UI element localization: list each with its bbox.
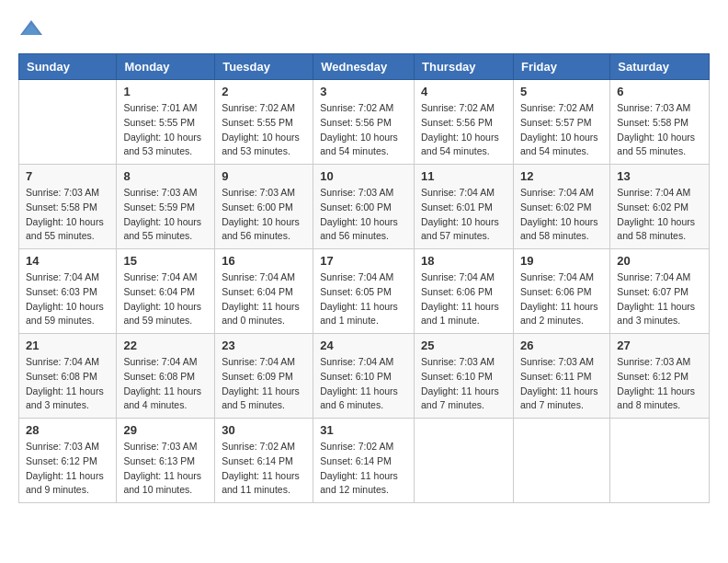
day-of-week-header: Thursday	[415, 54, 514, 80]
day-number: 22	[123, 339, 208, 352]
day-info: Sunrise: 7:04 AM Sunset: 6:04 PM Dayligh…	[123, 270, 208, 328]
day-info: Sunrise: 7:04 AM Sunset: 6:10 PM Dayligh…	[320, 355, 407, 413]
calendar-cell: 12Sunrise: 7:04 AM Sunset: 6:02 PM Dayli…	[513, 165, 609, 249]
day-number: 12	[520, 169, 603, 183]
day-number: 29	[123, 423, 208, 437]
day-info: Sunrise: 7:04 AM Sunset: 6:05 PM Dayligh…	[320, 270, 407, 328]
day-number: 23	[222, 339, 306, 352]
day-number: 26	[520, 339, 603, 352]
calendar-cell: 19Sunrise: 7:04 AM Sunset: 6:06 PM Dayli…	[513, 249, 609, 334]
calendar-week-row: 1Sunrise: 7:01 AM Sunset: 5:55 PM Daylig…	[19, 80, 710, 165]
day-number: 31	[320, 423, 407, 437]
day-info: Sunrise: 7:04 AM Sunset: 6:01 PM Dayligh…	[421, 186, 506, 244]
day-number: 9	[222, 169, 306, 183]
day-of-week-header: Tuesday	[215, 54, 313, 80]
calendar-cell: 27Sunrise: 7:03 AM Sunset: 6:12 PM Dayli…	[610, 334, 710, 419]
calendar-cell: 29Sunrise: 7:03 AM Sunset: 6:13 PM Dayli…	[117, 419, 215, 503]
day-info: Sunrise: 7:04 AM Sunset: 6:02 PM Dayligh…	[617, 186, 702, 244]
calendar-cell: 18Sunrise: 7:04 AM Sunset: 6:06 PM Dayli…	[415, 249, 514, 334]
calendar-cell: 31Sunrise: 7:02 AM Sunset: 6:14 PM Dayli…	[313, 419, 415, 503]
calendar-cell: 10Sunrise: 7:03 AM Sunset: 6:00 PM Dayli…	[313, 165, 415, 249]
day-number: 6	[617, 85, 702, 98]
day-number: 18	[421, 254, 506, 268]
day-info: Sunrise: 7:02 AM Sunset: 6:14 PM Dayligh…	[320, 440, 407, 498]
calendar-cell: 20Sunrise: 7:04 AM Sunset: 6:07 PM Dayli…	[610, 249, 710, 334]
calendar-cell	[610, 419, 710, 503]
day-number: 27	[617, 339, 702, 352]
day-of-week-header: Wednesday	[313, 54, 415, 80]
day-info: Sunrise: 7:03 AM Sunset: 5:58 PM Dayligh…	[26, 186, 109, 244]
day-number: 10	[320, 169, 407, 183]
day-info: Sunrise: 7:03 AM Sunset: 5:59 PM Dayligh…	[123, 186, 208, 244]
calendar-cell: 5Sunrise: 7:02 AM Sunset: 5:57 PM Daylig…	[513, 80, 609, 165]
calendar-cell: 7Sunrise: 7:03 AM Sunset: 5:58 PM Daylig…	[19, 165, 117, 249]
day-number: 5	[520, 85, 603, 98]
calendar-cell: 14Sunrise: 7:04 AM Sunset: 6:03 PM Dayli…	[19, 249, 117, 334]
calendar-week-row: 28Sunrise: 7:03 AM Sunset: 6:12 PM Dayli…	[19, 419, 710, 503]
day-number: 16	[222, 254, 306, 268]
day-number: 1	[123, 85, 208, 98]
day-info: Sunrise: 7:03 AM Sunset: 5:58 PM Dayligh…	[617, 101, 702, 159]
day-info: Sunrise: 7:02 AM Sunset: 5:57 PM Dayligh…	[520, 101, 603, 159]
day-info: Sunrise: 7:03 AM Sunset: 6:12 PM Dayligh…	[26, 440, 109, 498]
day-info: Sunrise: 7:02 AM Sunset: 5:56 PM Dayligh…	[320, 101, 407, 159]
day-info: Sunrise: 7:04 AM Sunset: 6:03 PM Dayligh…	[26, 270, 109, 328]
day-of-week-header: Friday	[513, 54, 609, 80]
logo	[18, 18, 48, 39]
calendar-cell: 4Sunrise: 7:02 AM Sunset: 5:56 PM Daylig…	[415, 80, 514, 165]
day-number: 3	[320, 85, 407, 98]
calendar-cell: 30Sunrise: 7:02 AM Sunset: 6:14 PM Dayli…	[215, 419, 313, 503]
calendar-week-row: 21Sunrise: 7:04 AM Sunset: 6:08 PM Dayli…	[19, 334, 710, 419]
day-number: 30	[222, 423, 306, 437]
calendar-cell: 24Sunrise: 7:04 AM Sunset: 6:10 PM Dayli…	[313, 334, 415, 419]
calendar-week-row: 14Sunrise: 7:04 AM Sunset: 6:03 PM Dayli…	[19, 249, 710, 334]
calendar-cell: 2Sunrise: 7:02 AM Sunset: 5:55 PM Daylig…	[215, 80, 313, 165]
day-number: 11	[421, 169, 506, 183]
page-header	[18, 18, 710, 39]
day-info: Sunrise: 7:03 AM Sunset: 6:11 PM Dayligh…	[520, 355, 603, 413]
day-number: 20	[617, 254, 702, 268]
calendar-cell: 23Sunrise: 7:04 AM Sunset: 6:09 PM Dayli…	[215, 334, 313, 419]
logo-icon	[18, 18, 44, 39]
calendar-cell: 22Sunrise: 7:04 AM Sunset: 6:08 PM Dayli…	[117, 334, 215, 419]
calendar-cell: 1Sunrise: 7:01 AM Sunset: 5:55 PM Daylig…	[117, 80, 215, 165]
day-of-week-header: Sunday	[19, 54, 117, 80]
day-number: 8	[123, 169, 208, 183]
calendar-cell: 16Sunrise: 7:04 AM Sunset: 6:04 PM Dayli…	[215, 249, 313, 334]
day-of-week-header: Saturday	[610, 54, 710, 80]
day-info: Sunrise: 7:04 AM Sunset: 6:06 PM Dayligh…	[520, 270, 603, 328]
day-number: 28	[26, 423, 109, 437]
day-info: Sunrise: 7:02 AM Sunset: 6:14 PM Dayligh…	[222, 440, 306, 498]
day-info: Sunrise: 7:04 AM Sunset: 6:08 PM Dayligh…	[123, 355, 208, 413]
day-number: 25	[421, 339, 506, 352]
day-number: 17	[320, 254, 407, 268]
day-info: Sunrise: 7:01 AM Sunset: 5:55 PM Dayligh…	[123, 101, 208, 159]
day-number: 2	[222, 85, 306, 98]
calendar-cell: 3Sunrise: 7:02 AM Sunset: 5:56 PM Daylig…	[313, 80, 415, 165]
calendar-cell: 13Sunrise: 7:04 AM Sunset: 6:02 PM Dayli…	[610, 165, 710, 249]
calendar-cell: 26Sunrise: 7:03 AM Sunset: 6:11 PM Dayli…	[513, 334, 609, 419]
calendar-cell: 17Sunrise: 7:04 AM Sunset: 6:05 PM Dayli…	[313, 249, 415, 334]
calendar-cell: 21Sunrise: 7:04 AM Sunset: 6:08 PM Dayli…	[19, 334, 117, 419]
calendar-cell	[19, 80, 117, 165]
day-info: Sunrise: 7:04 AM Sunset: 6:06 PM Dayligh…	[421, 270, 506, 328]
calendar-week-row: 7Sunrise: 7:03 AM Sunset: 5:58 PM Daylig…	[19, 165, 710, 249]
day-number: 15	[123, 254, 208, 268]
day-info: Sunrise: 7:04 AM Sunset: 6:02 PM Dayligh…	[520, 186, 603, 244]
day-number: 4	[421, 85, 506, 98]
day-number: 14	[26, 254, 109, 268]
day-info: Sunrise: 7:04 AM Sunset: 6:08 PM Dayligh…	[26, 355, 109, 413]
calendar-cell	[415, 419, 514, 503]
day-info: Sunrise: 7:03 AM Sunset: 6:13 PM Dayligh…	[123, 440, 208, 498]
day-number: 19	[520, 254, 603, 268]
day-number: 24	[320, 339, 407, 352]
calendar-cell: 15Sunrise: 7:04 AM Sunset: 6:04 PM Dayli…	[117, 249, 215, 334]
calendar-table: SundayMondayTuesdayWednesdayThursdayFrid…	[18, 53, 710, 503]
day-info: Sunrise: 7:03 AM Sunset: 6:00 PM Dayligh…	[222, 186, 306, 244]
day-info: Sunrise: 7:04 AM Sunset: 6:04 PM Dayligh…	[222, 270, 306, 328]
calendar-header-row: SundayMondayTuesdayWednesdayThursdayFrid…	[19, 54, 710, 80]
calendar-cell: 11Sunrise: 7:04 AM Sunset: 6:01 PM Dayli…	[415, 165, 514, 249]
calendar-cell: 25Sunrise: 7:03 AM Sunset: 6:10 PM Dayli…	[415, 334, 514, 419]
calendar-cell	[513, 419, 609, 503]
day-info: Sunrise: 7:03 AM Sunset: 6:10 PM Dayligh…	[421, 355, 506, 413]
